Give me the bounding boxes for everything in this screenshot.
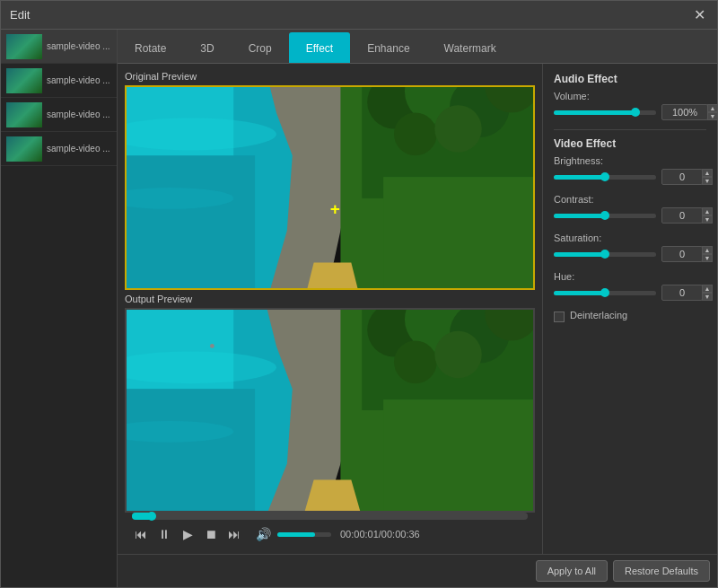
volume-fill	[277, 532, 315, 537]
contrast-row: ▲ ▼	[554, 207, 706, 224]
contrast-spinner-arrows: ▲ ▼	[702, 207, 713, 224]
hue-input[interactable]	[661, 285, 703, 301]
tab-3d[interactable]: 3D	[183, 32, 231, 63]
saturation-row: ▲ ▼	[554, 246, 706, 262]
restore-defaults-button[interactable]: Restore Defaults	[613, 560, 710, 582]
video-item-1[interactable]: sample-video ...	[1, 30, 117, 64]
play-button[interactable]: ▶	[179, 525, 197, 543]
playback-area: ⏮ ⏸ ▶ ⏹ ⏭ 🔊 00:00:01/00:00:36	[125, 513, 535, 547]
svg-rect-8	[383, 177, 533, 288]
saturation-slider[interactable]	[554, 252, 656, 257]
right-area: Rotate 3D Crop Effect Enhance Watermark	[118, 30, 717, 587]
contrast-handle	[600, 211, 609, 220]
contrast-label: Contrast:	[554, 194, 706, 205]
svg-point-14	[434, 105, 481, 152]
preview-area: Original Preview	[118, 64, 542, 554]
svg-text:+: +	[330, 199, 340, 218]
volume-spinner-arrows: ▲ ▼	[707, 104, 717, 120]
brightness-label: Brightness:	[554, 155, 706, 166]
volume-bar[interactable]	[277, 532, 331, 537]
svg-point-31	[394, 341, 437, 384]
tab-rotate[interactable]: Rotate	[118, 32, 183, 63]
hue-handle	[600, 288, 609, 297]
video-thumb-2	[6, 68, 42, 93]
video-item-label-3: sample-video ...	[47, 110, 110, 119]
skip-forward-button[interactable]: ⏭	[225, 525, 243, 543]
saturation-up-arrow[interactable]: ▲	[702, 246, 713, 254]
tab-bar: Rotate 3D Crop Effect Enhance Watermark	[118, 30, 717, 64]
divider-1	[554, 129, 706, 130]
brightness-spinner-wrapper: ▲ ▼	[661, 169, 706, 185]
brightness-down-arrow[interactable]: ▼	[702, 177, 713, 185]
video-item-label-2: sample-video ...	[47, 75, 110, 85]
output-preview-image	[127, 310, 533, 511]
apply-to-all-button[interactable]: Apply to All	[536, 560, 608, 582]
contrast-slider[interactable]	[554, 214, 656, 218]
volume-slider[interactable]	[554, 110, 656, 115]
saturation-fill	[554, 252, 605, 257]
pause-button[interactable]: ⏸	[155, 525, 173, 543]
video-thumb-1	[6, 34, 42, 59]
contrast-down-arrow[interactable]: ▼	[702, 215, 713, 224]
hue-row: ▲ ▼	[554, 285, 706, 301]
tab-effect[interactable]: Effect	[289, 32, 350, 63]
video-thumb-4	[6, 136, 42, 162]
brightness-input[interactable]	[661, 169, 703, 185]
saturation-handle	[600, 250, 609, 259]
hue-label: Hue:	[554, 271, 706, 282]
volume-down-arrow[interactable]: ▼	[707, 112, 717, 120]
brightness-spinner-arrows: ▲ ▼	[702, 169, 713, 185]
volume-row: ▲ ▼	[554, 104, 706, 120]
previews-container: Original Preview	[125, 71, 535, 513]
output-preview-frame	[125, 308, 535, 513]
volume-handle	[631, 108, 640, 117]
main-content: sample-video ... sample-video ... sample…	[1, 30, 717, 587]
original-preview-section: Original Preview	[125, 71, 535, 290]
svg-point-13	[394, 113, 437, 156]
hue-down-arrow[interactable]: ▼	[702, 293, 713, 301]
edit-window: Edit ✕ sample-video ... sample-video ...	[0, 0, 718, 588]
settings-actions: Apply to All Restore Defaults	[118, 554, 717, 587]
volume-input[interactable]	[661, 104, 708, 120]
brightness-up-arrow[interactable]: ▲	[702, 169, 713, 177]
progress-bar[interactable]	[132, 513, 528, 520]
output-preview-section: Output Preview	[125, 294, 535, 513]
saturation-label: Saturation:	[554, 233, 706, 243]
video-item-2[interactable]: sample-video ...	[1, 64, 117, 98]
close-button[interactable]: ✕	[690, 6, 708, 24]
saturation-spinner-arrows: ▲ ▼	[702, 246, 713, 262]
volume-label: Volume:	[554, 91, 706, 101]
tab-watermark[interactable]: Watermark	[427, 32, 513, 63]
settings-panel: Audio Effect Volume: ▲ ▼	[542, 64, 717, 554]
hue-slider[interactable]	[554, 291, 656, 295]
hue-up-arrow[interactable]: ▲	[702, 285, 713, 293]
video-item-3[interactable]: sample-video ...	[1, 98, 117, 132]
video-item-4[interactable]: sample-video ...	[1, 132, 117, 166]
deinterlacing-checkbox[interactable]	[554, 312, 565, 322]
video-thumb-3	[6, 102, 42, 127]
contrast-input[interactable]	[661, 207, 703, 224]
deinterlacing-row: Deinterlacing	[554, 310, 706, 323]
hue-fill	[554, 291, 605, 295]
volume-spinner-wrapper: ▲ ▼	[661, 104, 706, 120]
hue-spinner-arrows: ▲ ▼	[702, 285, 713, 301]
hue-spinner-wrapper: ▲ ▼	[661, 285, 706, 301]
audio-effect-title: Audio Effect	[554, 73, 706, 85]
video-item-label-1: sample-video ...	[47, 41, 110, 51]
contrast-fill	[554, 214, 605, 218]
saturation-down-arrow[interactable]: ▼	[702, 254, 713, 262]
contrast-spinner-wrapper: ▲ ▼	[661, 207, 706, 224]
controls-row: ⏮ ⏸ ▶ ⏹ ⏭ 🔊 00:00:01/00:00:36	[132, 525, 528, 543]
tab-enhance[interactable]: Enhance	[350, 32, 426, 63]
volume-up-arrow[interactable]: ▲	[707, 104, 717, 112]
brightness-slider[interactable]	[554, 175, 656, 180]
skip-back-button[interactable]: ⏮	[132, 525, 150, 543]
volume-icon[interactable]: 🔊	[254, 525, 272, 543]
stop-button[interactable]: ⏹	[202, 525, 220, 543]
saturation-input[interactable]	[661, 246, 703, 262]
contrast-up-arrow[interactable]: ▲	[702, 207, 713, 215]
output-preview-label: Output Preview	[125, 294, 535, 304]
title-bar: Edit ✕	[1, 1, 717, 30]
deinterlacing-label: Deinterlacing	[570, 310, 627, 320]
tab-crop[interactable]: Crop	[232, 32, 289, 63]
